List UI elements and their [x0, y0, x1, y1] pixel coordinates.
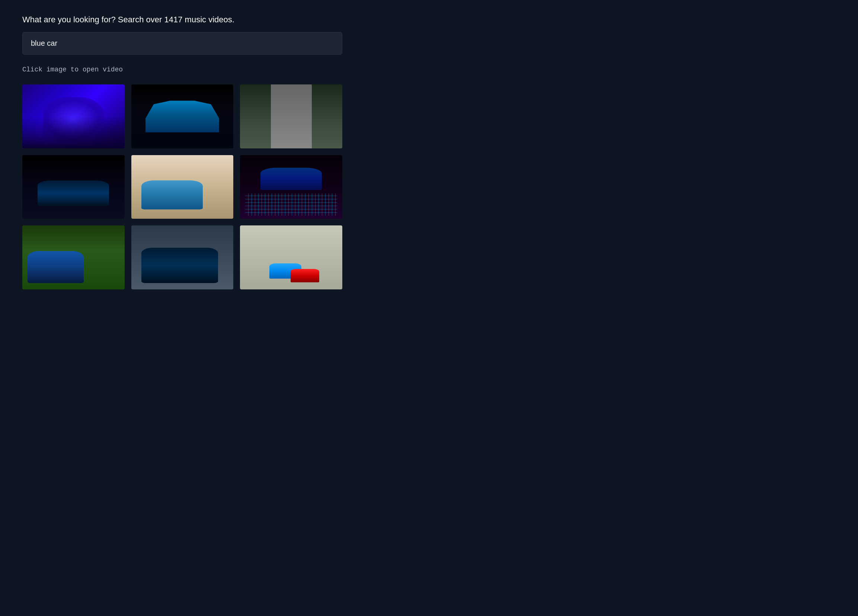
video-thumbnail-7[interactable]	[22, 225, 124, 289]
video-thumbnail-8[interactable]	[131, 225, 234, 289]
click-hint: Click image to open video	[22, 66, 836, 73]
video-grid	[22, 84, 342, 289]
video-thumbnail-6[interactable]	[240, 155, 342, 219]
search-container	[22, 32, 836, 55]
search-input[interactable]	[22, 32, 342, 55]
video-thumbnail-5[interactable]	[131, 155, 234, 219]
video-thumbnail-4[interactable]	[22, 155, 124, 219]
page-subtitle: What are you looking for? Search over 14…	[22, 15, 836, 25]
video-thumbnail-9[interactable]	[240, 225, 342, 289]
video-thumbnail-3[interactable]	[240, 84, 342, 148]
video-thumbnail-1[interactable]	[22, 84, 124, 148]
video-thumbnail-2[interactable]	[131, 84, 234, 148]
